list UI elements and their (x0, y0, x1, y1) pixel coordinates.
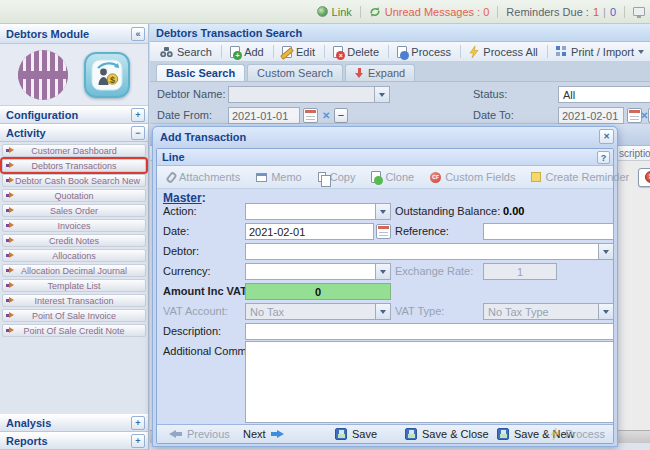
sidebar-item-point-of-sale-invoice[interactable]: Point Of Sale Invoice (2, 309, 146, 322)
debtors-module-icon: $ (84, 52, 130, 98)
create-reminder-button[interactable]: Create Reminder (524, 168, 636, 187)
process-all-button[interactable]: Process All (463, 43, 543, 60)
analysis-label: Analysis (6, 417, 51, 429)
item-label: Template List (15, 281, 145, 291)
print-import-button[interactable]: Print / Import (550, 43, 650, 60)
arrow-icon (6, 327, 15, 334)
vat-type-combo: No Tax Type (483, 303, 614, 320)
previous-button[interactable]: Previous (169, 428, 230, 440)
decrement-date-button[interactable]: − (334, 108, 348, 123)
item-label: Interest Transaction (15, 296, 145, 306)
collapse-activity-button[interactable] (131, 126, 145, 140)
item-label: Quotation (15, 191, 145, 201)
sidebar-section-analysis[interactable]: Analysis (0, 414, 148, 432)
sidebar-title: Debtors Module (6, 28, 89, 40)
date-to-label: Date To: (473, 109, 514, 121)
description-input[interactable] (245, 323, 614, 340)
process-button[interactable]: Process (391, 43, 457, 60)
save-button[interactable]: Save (335, 428, 377, 440)
link-button[interactable]: Link (317, 6, 352, 18)
window-title-bar[interactable]: Add Transaction (153, 127, 617, 146)
process-footer-button[interactable]: Process (550, 428, 605, 440)
add-transaction-window: Add Transaction Line Attachments Memo (152, 126, 618, 447)
arrow-icon (6, 267, 15, 274)
sidebar-item-customer-dashboard[interactable]: Customer Dashboard (2, 144, 146, 157)
sidebar-item-sales-order[interactable]: Sales Order (2, 204, 146, 217)
memo-button[interactable]: Memo (249, 168, 309, 187)
reference-input[interactable] (483, 223, 614, 240)
combo-value: All (559, 89, 650, 101)
arrow-icon (6, 252, 15, 259)
custom-fields-button[interactable]: Custom Fields (423, 168, 522, 187)
unread-messages-button[interactable]: Unread Messages : 0 (369, 6, 490, 18)
copy-button[interactable]: Copy (311, 168, 363, 187)
reminders-label: Reminders Due : (506, 6, 589, 18)
transaction-form: Master: Action: Outstanding Balance: 0.0… (157, 189, 613, 424)
sidebar-section-reports[interactable]: Reports (0, 432, 148, 450)
tab-expand[interactable]: Expand (345, 64, 415, 81)
chevron-down-icon[interactable] (375, 264, 390, 279)
clone-label: Clone (385, 171, 414, 183)
sidebar-item-quotation[interactable]: Quotation (2, 189, 146, 202)
status-combo[interactable]: All (558, 86, 650, 103)
help-button[interactable] (597, 151, 610, 164)
item-label: Allocations (15, 251, 145, 261)
clone-icon (371, 171, 381, 183)
lightning-icon (550, 428, 560, 440)
tab-custom-search[interactable]: Custom Search (247, 64, 343, 81)
chevron-down-icon[interactable] (374, 87, 389, 102)
action-combo[interactable] (245, 203, 391, 220)
delete-button[interactable]: Delete (327, 43, 385, 60)
sidebar-item-debtors-transactions[interactable]: Debtors Transactions (2, 159, 146, 172)
debtor-name-combo[interactable] (228, 86, 390, 103)
tab-basic-search[interactable]: Basic Search (156, 64, 245, 81)
sidebar-item-credit-notes[interactable]: Credit Notes (2, 234, 146, 247)
reference-label: Reference: (395, 225, 449, 237)
debtor-combo[interactable] (245, 243, 614, 260)
expand-configuration-button[interactable] (131, 108, 145, 122)
sidebar-item-interest-transaction[interactable]: Interest Transaction (2, 294, 146, 307)
save-icon (405, 428, 417, 440)
clear-date-icon[interactable]: ✕ (322, 108, 330, 123)
sidebar-section-configuration[interactable]: Configuration (0, 106, 148, 124)
calendar-icon[interactable] (376, 224, 391, 239)
sidebar-item-point-of-sale-credit-note[interactable]: Point Of Sale Credit Note (2, 324, 146, 337)
add-button[interactable]: Add (224, 43, 270, 60)
chevron-down-icon[interactable] (598, 244, 613, 259)
close-button[interactable]: Close (638, 168, 650, 187)
close-window-button[interactable] (599, 129, 614, 144)
additional-comment-input[interactable] (245, 341, 614, 423)
sidebar-item-allocations[interactable]: Allocations (2, 249, 146, 262)
save-close-button[interactable]: Save & Close (405, 428, 489, 440)
sidebar-item-allocation-decimal-journal[interactable]: Allocation Decimal Journal (2, 264, 146, 277)
next-button[interactable]: Next (243, 428, 284, 440)
delete-label: Delete (347, 46, 379, 58)
calendar-icon[interactable] (303, 108, 318, 123)
search-button[interactable]: Search (154, 43, 218, 60)
sidebar-item-template-list[interactable]: Template List (2, 279, 146, 292)
save-icon (335, 428, 347, 440)
chevron-down-icon[interactable] (375, 204, 390, 219)
reminders-due[interactable]: Reminders Due : 1|0 (506, 6, 616, 18)
amount-inc-vat-input[interactable] (245, 283, 391, 300)
arrow-left-icon (169, 430, 182, 439)
unread-messages-label: Unread Messages : 0 (385, 6, 490, 18)
transaction-date-input[interactable] (245, 223, 374, 240)
expand-analysis-button[interactable] (131, 416, 145, 430)
currency-combo[interactable] (245, 263, 391, 280)
date-to-input[interactable] (558, 107, 624, 124)
copy-label: Copy (330, 171, 356, 183)
sidebar-item-debtor-cash-book-search-new[interactable]: Debtor Cash Book Search New (2, 174, 146, 187)
sidebar-item-invoices[interactable]: Invoices (2, 219, 146, 232)
collapse-sidebar-button[interactable] (131, 27, 145, 41)
monitor-icon[interactable] (633, 7, 645, 16)
date-from-input[interactable] (228, 107, 300, 124)
sidebar-section-activity[interactable]: Activity (0, 124, 148, 142)
save-icon (497, 428, 509, 440)
attachments-button[interactable]: Attachments (161, 168, 247, 187)
clone-button[interactable]: Clone (364, 168, 421, 187)
debtor-label: Debtor: (163, 245, 199, 257)
edit-button[interactable]: Edit (276, 43, 321, 60)
company-logo (18, 50, 68, 100)
expand-reports-button[interactable] (131, 434, 145, 448)
